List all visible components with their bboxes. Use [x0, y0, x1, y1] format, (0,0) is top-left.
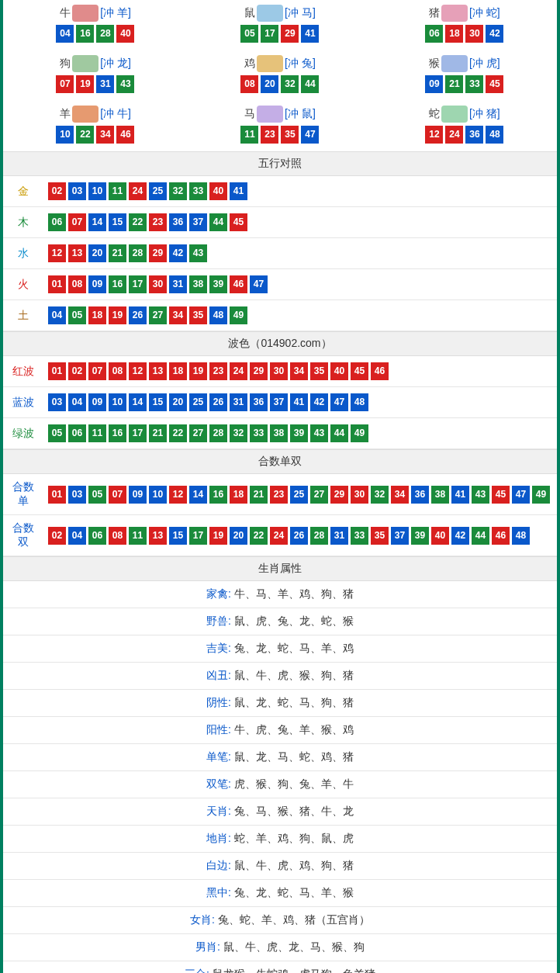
attr-row: 阴性: 鼠、龙、蛇、马、狗、猪: [3, 690, 557, 717]
number-ball: 45: [486, 75, 503, 93]
zodiac-conflict: [冲 猪]: [469, 107, 500, 121]
attr-row: 双笔: 虎、猴、狗、兔、羊、牛: [3, 771, 557, 798]
number-ball: 39: [209, 275, 227, 293]
number-ball: 37: [391, 527, 409, 545]
row-value: 02031011242532334041: [43, 176, 557, 207]
number-ball: 04: [56, 25, 74, 43]
attrs-list: 家禽: 牛、马、羊、鸡、狗、猪野兽: 鼠、虎、兔、龙、蛇、猴吉美: 兔、龙、蛇、…: [3, 581, 557, 973]
number-ball: 27: [149, 306, 167, 324]
number-ball: 24: [230, 362, 247, 380]
number-ball: 07: [56, 75, 74, 93]
number-ball: 04: [48, 306, 66, 324]
row-label: 蓝波: [3, 387, 43, 418]
number-ball: 45: [351, 362, 368, 380]
number-ball: 42: [451, 527, 469, 545]
number-ball: 24: [445, 126, 463, 144]
number-ball: 03: [68, 182, 86, 200]
number-ball: 16: [76, 25, 94, 43]
attr-row: 天肖: 兔、马、猴、猪、牛、龙: [3, 798, 557, 826]
number-ball: 40: [431, 527, 449, 545]
number-ball: 31: [169, 275, 187, 293]
number-ball: 47: [512, 486, 530, 504]
number-ball: 36: [465, 126, 483, 144]
number-ball: 03: [48, 393, 66, 411]
number-ball: 21: [445, 75, 463, 93]
number-ball: 15: [169, 527, 187, 545]
ball-line: 0204060811131517192022242628313335373940…: [48, 527, 552, 545]
number-ball: 35: [371, 527, 389, 545]
attr-row: 野兽: 鼠、虎、兔、龙、蛇、猴: [3, 608, 557, 635]
number-ball: 08: [68, 275, 86, 293]
main-container: 牛[冲 羊]04162840鼠[冲 马]05172941猪[冲 蛇]061830…: [0, 0, 560, 973]
row-label: 金: [3, 176, 43, 207]
number-ball: 46: [230, 275, 247, 293]
zodiac-conflict: [冲 蛇]: [469, 6, 500, 20]
section-header-shengxiao: 生肖属性: [3, 556, 557, 581]
zodiac-name: 猪: [429, 6, 440, 20]
attr-row: 三合: 鼠龙猴、牛蛇鸡、虎马狗、兔羊猪: [3, 961, 557, 973]
number-ball: 34: [391, 486, 409, 504]
number-ball: 26: [209, 393, 227, 411]
zodiac-animal-icon: [72, 5, 99, 22]
number-ball: 38: [189, 275, 207, 293]
zodiac-ball-row: 10223446: [3, 126, 188, 144]
attr-value: 鼠、牛、虎、鸡、狗、猪: [234, 859, 354, 871]
section-header-heshu: 合数单双: [3, 449, 557, 474]
zodiac-animal-icon: [257, 5, 283, 22]
attr-value: 鼠、牛、虎、龙、马、猴、狗: [223, 940, 365, 953]
number-ball: 20: [230, 527, 247, 545]
ball-line: 03040910141520252631363741424748: [48, 393, 552, 411]
number-ball: 35: [281, 126, 299, 144]
number-ball: 38: [270, 424, 288, 442]
attr-key: 白边:: [206, 859, 234, 871]
row-label: 土: [3, 300, 43, 331]
number-ball: 09: [88, 275, 106, 293]
zodiac-ball-row: 09213345: [372, 75, 557, 93]
number-ball: 11: [88, 424, 106, 442]
number-ball: 19: [189, 362, 207, 380]
number-ball: 23: [209, 362, 227, 380]
zodiac-cell: 蛇[冲 猪]12243648: [372, 101, 557, 151]
zodiac-name: 蛇: [429, 107, 440, 121]
zodiac-cell: 鸡[冲 兔]08203244: [188, 50, 372, 101]
attr-value: 兔、龙、蛇、马、羊、鸡: [234, 642, 354, 654]
attr-value: 鼠、龙、蛇、马、狗、猪: [234, 696, 354, 708]
number-ball: 21: [149, 424, 167, 442]
number-ball: 08: [109, 527, 126, 545]
number-ball: 18: [445, 25, 463, 43]
wuxing-table: 金02031011242532334041木060714152223363744…: [3, 176, 557, 331]
number-ball: 19: [76, 75, 94, 93]
attr-value: 兔、蛇、羊、鸡、猪（五宫肖）: [218, 913, 370, 926]
number-ball: 18: [169, 362, 187, 380]
number-ball: 27: [310, 486, 328, 504]
number-ball: 20: [88, 244, 106, 262]
attr-row: 女肖: 兔、蛇、羊、鸡、猪（五宫肖）: [3, 907, 557, 934]
attr-value: 鼠龙猴、牛蛇鸡、虎马狗、兔羊猪: [213, 968, 375, 973]
attr-key: 家禽:: [206, 587, 234, 600]
number-ball: 13: [149, 527, 167, 545]
number-ball: 25: [290, 486, 308, 504]
zodiac-name: 马: [244, 107, 255, 121]
row-label: 火: [3, 269, 43, 300]
number-ball: 47: [330, 393, 348, 411]
number-ball: 29: [281, 25, 299, 43]
number-ball: 43: [472, 486, 489, 504]
zodiac-cell: 鼠[冲 马]05172941: [188, 0, 372, 50]
zodiac-name: 牛: [60, 6, 71, 20]
section-header-wuxing: 五行对照: [3, 151, 557, 176]
number-ball: 41: [290, 393, 308, 411]
number-ball: 17: [189, 527, 207, 545]
attr-key: 阳性:: [206, 723, 234, 736]
number-ball: 23: [261, 126, 278, 144]
attr-key: 男肖:: [195, 940, 223, 953]
zodiac-ball-row: 11233547: [188, 126, 372, 144]
number-ball: 11: [129, 527, 147, 545]
number-ball: 46: [371, 362, 389, 380]
number-ball: 41: [451, 486, 469, 504]
zodiac-cell: 马[冲 鼠]11233547: [188, 101, 372, 151]
number-ball: 10: [88, 182, 106, 200]
number-ball: 30: [465, 25, 483, 43]
ball-line: 04051819262734354849: [48, 306, 552, 324]
zodiac-conflict: [冲 牛]: [100, 107, 131, 121]
number-ball: 15: [109, 213, 126, 231]
